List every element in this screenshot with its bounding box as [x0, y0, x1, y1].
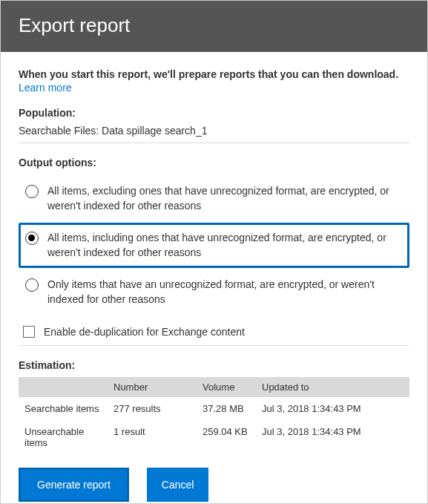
cell-updated: Jul 3, 2018 1:34:43 PM [256, 420, 409, 454]
cancel-button[interactable]: Cancel [147, 468, 209, 502]
cell-volume: 259.04 KB [197, 420, 256, 454]
table-row: Searchable items 277 results 37.28 MB Ju… [19, 397, 409, 420]
cell-name: Unsearchable items [19, 420, 108, 454]
cell-updated: Jul 3, 2018 1:34:43 PM [256, 397, 409, 420]
cell-number: 277 results [108, 397, 197, 420]
estimation-table: Number Volume Updated to Searchable item… [19, 377, 409, 454]
checkbox-icon [23, 326, 35, 338]
dialog-header: Export report [1, 1, 427, 52]
col-blank [19, 377, 108, 397]
col-updated: Updated to [256, 377, 409, 397]
table-row: Unsearchable items 1 result 259.04 KB Ju… [19, 420, 409, 454]
table-header-row: Number Volume Updated to [19, 377, 409, 397]
radio-option-only[interactable]: Only items that have an unrecognized for… [19, 269, 409, 315]
generate-report-highlight: Generate report [19, 468, 129, 502]
dedup-label: Enable de-duplication for Exchange conte… [44, 326, 245, 338]
estimation-label: Estimation: [19, 359, 409, 371]
cell-number: 1 result [108, 420, 197, 454]
divider [19, 345, 409, 346]
radio-label: Only items that have an unrecognized for… [47, 278, 403, 307]
dialog-footer: Generate report Cancel [1, 468, 427, 504]
dialog-title: Export report [19, 14, 130, 36]
radio-icon [25, 185, 39, 198]
radio-option-exclude[interactable]: All items, excluding ones that have unre… [19, 176, 409, 221]
output-options-label: Output options: [19, 157, 409, 168]
radio-icon [25, 232, 39, 245]
radio-label: All items, including ones that have unre… [47, 231, 403, 260]
dialog-content: When you start this report, we'll prepar… [1, 52, 427, 468]
population-value: Searchable Files: Data spillage search_1 [19, 125, 409, 137]
cell-name: Searchable items [19, 397, 108, 420]
col-volume: Volume [197, 377, 256, 397]
dedup-checkbox-row[interactable]: Enable de-duplication for Exchange conte… [23, 326, 409, 338]
generate-report-button[interactable]: Generate report [22, 471, 125, 498]
radio-option-include[interactable]: All items, including ones that have unre… [19, 223, 409, 268]
divider [19, 143, 409, 143]
intro-text: When you start this report, we'll prepar… [19, 68, 409, 80]
radio-label: All items, excluding ones that have unre… [47, 184, 403, 213]
cell-volume: 37.28 MB [197, 397, 256, 420]
output-radio-group: All items, excluding ones that have unre… [19, 176, 409, 315]
learn-more-link[interactable]: Learn more [19, 82, 72, 94]
population-label: Population: [19, 107, 409, 119]
radio-icon [25, 278, 39, 292]
col-number: Number [108, 377, 197, 397]
